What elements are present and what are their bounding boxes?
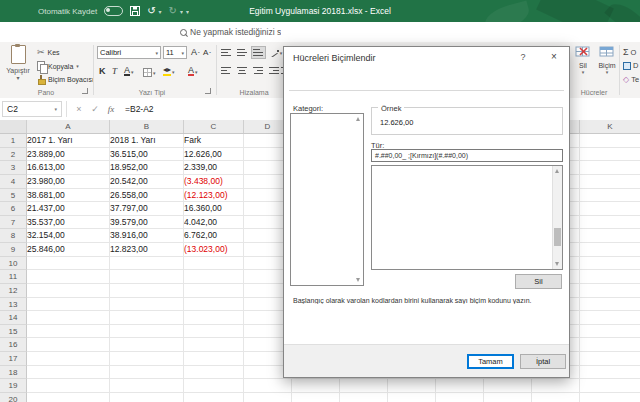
cell-colA[interactable]: 2017 1. Yarı — [27, 134, 110, 148]
align-middle-button[interactable] — [235, 46, 250, 59]
cell-colC[interactable]: (3.438,00) — [184, 175, 244, 189]
category-item[interactable] — [291, 142, 363, 151]
cell-colA[interactable] — [27, 366, 110, 380]
column-header[interactable]: A — [27, 120, 110, 133]
type-listbox[interactable] — [371, 165, 563, 270]
font-name-combo[interactable]: Calibri▾ — [97, 46, 161, 59]
cell-colC[interactable] — [184, 393, 244, 402]
cell-colA[interactable] — [27, 284, 110, 298]
delete-cells-button[interactable]: Sil ▾ — [572, 45, 594, 89]
ribbon-tab[interactable] — [16, 22, 32, 42]
cell-colC[interactable] — [184, 338, 244, 352]
row-header[interactable]: 2 — [0, 148, 27, 162]
cell-empty[interactable] — [340, 393, 388, 402]
cell-colB[interactable]: 39.579,00 — [110, 216, 184, 230]
ribbon-tab[interactable] — [144, 22, 160, 42]
cancel-icon[interactable]: × — [71, 104, 87, 114]
cell-colB[interactable] — [110, 366, 184, 380]
insert-function-icon[interactable]: fx — [103, 104, 119, 114]
cell-empty[interactable] — [292, 393, 340, 402]
cell-colB[interactable]: 12.823,00 — [110, 243, 184, 257]
align-center-button[interactable] — [235, 64, 250, 77]
category-item[interactable] — [291, 199, 363, 208]
cell-colC[interactable] — [184, 379, 244, 393]
dialog-tab[interactable] — [337, 84, 353, 90]
row-header[interactable]: 20 — [0, 393, 27, 402]
cell-colB[interactable] — [110, 284, 184, 298]
ribbon-tab[interactable] — [96, 22, 112, 42]
font-dialog-launcher-icon[interactable] — [205, 88, 211, 94]
cell-colC[interactable]: 2.339,00 — [184, 161, 244, 175]
ribbon-tab[interactable] — [80, 22, 96, 42]
cell-colA[interactable] — [27, 352, 110, 366]
underline-button[interactable]: A▾ — [124, 66, 134, 76]
font-size-combo[interactable]: 11▾ — [163, 46, 187, 59]
row-header[interactable]: 7 — [0, 216, 27, 230]
cell-empty[interactable] — [484, 393, 532, 402]
cancel-button[interactable]: İptal — [520, 354, 566, 369]
cell-colK[interactable] — [580, 257, 640, 271]
column-header[interactable] — [0, 120, 27, 133]
undo-caret-icon[interactable]: ▾ — [159, 8, 162, 15]
cell-colK[interactable] — [580, 366, 640, 380]
dialog-tab[interactable] — [289, 84, 305, 90]
category-item[interactable] — [291, 123, 363, 132]
type-item[interactable] — [372, 217, 562, 227]
cell-colB[interactable]: 36.515,00 — [110, 148, 184, 162]
type-item[interactable] — [372, 207, 562, 217]
cut-button[interactable]: ✂ Kes — [37, 48, 60, 57]
ribbon-tab[interactable] — [112, 22, 128, 42]
cell-colB[interactable] — [110, 352, 184, 366]
dialog-help-button[interactable]: ? — [512, 47, 534, 67]
row-header[interactable]: 19 — [0, 379, 27, 393]
row-header[interactable]: 14 — [0, 311, 27, 325]
row-header[interactable]: 1 — [0, 134, 27, 148]
cell-colK[interactable] — [580, 352, 640, 366]
column-header[interactable]: C — [184, 120, 244, 133]
cell-colA[interactable]: 23.889,00 — [27, 148, 110, 162]
cell-colK[interactable] — [580, 284, 640, 298]
cell-colC[interactable] — [184, 270, 244, 284]
cell-colB[interactable] — [110, 379, 184, 393]
row-header[interactable]: 9 — [0, 243, 27, 257]
cell-colC[interactable] — [184, 311, 244, 325]
font-color-button[interactable]: A▾ — [188, 66, 198, 76]
cell-colK[interactable] — [580, 202, 640, 216]
format-cells-button[interactable]: Biçim ▾ — [596, 45, 618, 89]
bold-button[interactable]: K — [99, 66, 106, 76]
cell-empty[interactable] — [340, 379, 388, 393]
type-item[interactable] — [372, 248, 562, 258]
cell-colB[interactable]: 38.916,00 — [110, 229, 184, 243]
clear-button[interactable]: ◇Te — [623, 75, 639, 84]
category-item[interactable] — [291, 114, 363, 123]
cell-empty[interactable] — [388, 379, 436, 393]
grow-font-button[interactable]: Aˆ — [191, 47, 200, 57]
cell-colK[interactable] — [580, 216, 640, 230]
cell-colK[interactable] — [580, 270, 640, 284]
formula-input[interactable]: =B2-A2 — [125, 104, 154, 114]
cell-colA[interactable]: 35.537,00 — [27, 216, 110, 230]
cell-empty[interactable] — [292, 379, 340, 393]
type-item[interactable] — [372, 228, 562, 238]
cell-colC[interactable] — [184, 298, 244, 312]
align-left-button[interactable] — [219, 64, 234, 77]
cell-colK[interactable] — [580, 148, 640, 162]
cell-colB[interactable]: 20.542,00 — [110, 175, 184, 189]
scrollbar-thumb[interactable] — [554, 228, 561, 246]
category-item[interactable] — [291, 170, 363, 179]
cell-colB[interactable]: 18.952,00 — [110, 161, 184, 175]
cell-colK[interactable] — [580, 161, 640, 175]
ribbon-tab[interactable] — [160, 22, 176, 42]
qat-customize-icon[interactable]: ▾ — [186, 8, 189, 15]
ribbon-tab[interactable] — [0, 22, 16, 42]
cell-colA[interactable] — [27, 338, 110, 352]
autosave-toggle[interactable] — [104, 6, 123, 16]
cell-colC[interactable] — [184, 366, 244, 380]
type-item[interactable] — [372, 187, 562, 197]
cell-colB[interactable] — [110, 257, 184, 271]
dialog-tab[interactable] — [353, 84, 369, 90]
cell-colC[interactable]: (13.023,00) — [184, 243, 244, 257]
type-item[interactable] — [372, 238, 562, 248]
row-header[interactable]: 13 — [0, 298, 27, 312]
align-right-button[interactable] — [251, 64, 266, 77]
